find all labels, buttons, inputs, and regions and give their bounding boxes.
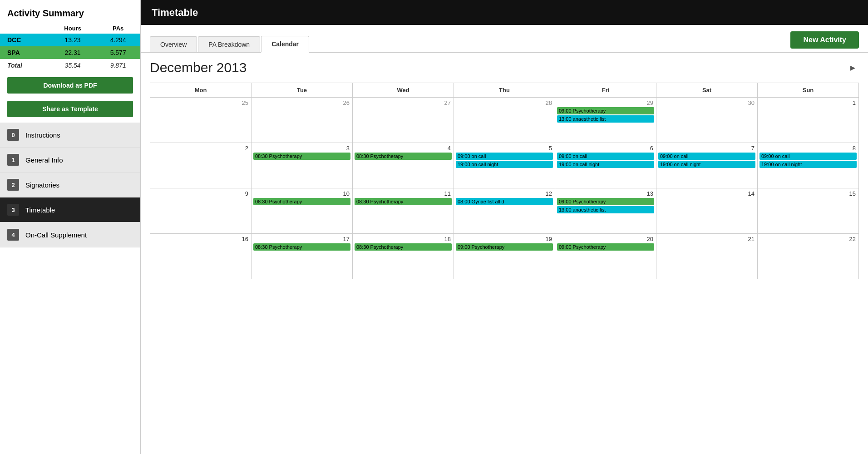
calendar-day: 28: [454, 98, 555, 143]
calendar-day: 14: [656, 188, 758, 234]
day-number: 22: [760, 236, 857, 242]
sidebar-title: Activity Summary: [0, 0, 140, 23]
calendar-event[interactable]: 13:00 anaesthetic list: [557, 206, 654, 213]
nav-item-instructions[interactable]: 0 Instructions: [0, 123, 140, 148]
nav-item-timetable[interactable]: 3 Timetable: [0, 197, 140, 222]
row-label: DCC: [0, 34, 49, 46]
nav-item-on-call-supplement[interactable]: 4 On-Call Supplement: [0, 222, 140, 247]
day-number: 19: [456, 236, 553, 242]
calendar-day: 27: [353, 98, 454, 143]
calendar-day: 22: [758, 234, 859, 279]
calendar-event[interactable]: 08:30 Psychotherapy: [355, 153, 452, 160]
day-number: 15: [760, 190, 857, 197]
row-pas: 5.577: [96, 46, 140, 59]
calendar-event[interactable]: 13:00 anaesthetic list: [557, 115, 654, 123]
day-number: 5: [456, 145, 553, 152]
cal-header-fri: Fri: [555, 83, 656, 98]
content-area: OverviewPA BreakdownCalendar New Activit…: [141, 25, 868, 454]
calendar-day: 809:00 on call19:00 on call night: [758, 143, 859, 188]
day-number: 11: [355, 190, 452, 197]
calendar-day: 609:00 on call19:00 on call night: [555, 143, 656, 188]
calendar-day: 2909:00 Psychotherapy13:00 anaesthetic l…: [555, 98, 656, 143]
calendar-day: 1309:00 Psychotherapy13:00 anaesthetic l…: [555, 188, 656, 234]
calendar-event[interactable]: 09:00 on call: [456, 153, 553, 160]
cal-header-sun: Sun: [758, 83, 859, 98]
row-label: SPA: [0, 46, 49, 59]
calendar-day: 308:30 Psychotherapy: [252, 143, 353, 188]
nav-label: On-Call Supplement: [25, 231, 87, 239]
day-number: 3: [253, 145, 350, 152]
calendar-day: 16: [150, 234, 252, 279]
calendar-event[interactable]: 09:00 on call: [557, 153, 654, 160]
nav-number: 2: [7, 179, 19, 191]
calendar-event[interactable]: 09:00 Psychotherapy: [557, 107, 654, 114]
calendar-day: 709:00 on call19:00 on call night: [656, 143, 758, 188]
day-number: 9: [152, 190, 249, 197]
day-number: 27: [355, 99, 452, 106]
sidebar: Activity Summary Hours PAs DCC 13.23 4.2…: [0, 0, 141, 454]
calendar-day: 15: [758, 188, 859, 234]
calendar-day: 26: [252, 98, 353, 143]
calendar-event[interactable]: 08:30 Psychotherapy: [253, 198, 350, 205]
calendar-day: 21: [656, 234, 758, 279]
calendar-week-3: 161708:30 Psychotherapy1808:30 Psychothe…: [150, 234, 859, 279]
calendar-event[interactable]: 19:00 on call night: [557, 161, 654, 168]
row-hours: 35.54: [49, 59, 96, 72]
tabs-bar: OverviewPA BreakdownCalendar New Activit…: [141, 25, 868, 53]
new-activity-button[interactable]: New Activity: [790, 31, 859, 49]
cal-header-tue: Tue: [252, 83, 353, 98]
calendar-event[interactable]: 09:00 on call: [760, 153, 857, 160]
topbar-title: Timetable: [152, 7, 198, 19]
row-label: Total: [0, 59, 49, 72]
day-number: 2: [152, 145, 249, 152]
calendar-event[interactable]: 19:00 on call night: [456, 161, 553, 168]
nav-item-signatories[interactable]: 2 Signatories: [0, 173, 140, 197]
calendar-day: 1909:00 Psychotherapy: [454, 234, 555, 279]
day-number: 29: [557, 99, 654, 106]
calendar-day: 1708:30 Psychotherapy: [252, 234, 353, 279]
calendar-day: 1108:30 Psychotherapy: [353, 188, 454, 234]
nav-item-general-info[interactable]: 1 General Info: [0, 148, 140, 173]
calendar-event[interactable]: 08:30 Psychotherapy: [355, 243, 452, 251]
download-pdf-button[interactable]: Download as PDF: [7, 77, 133, 94]
row-pas: 4.294: [96, 34, 140, 46]
col-hours-header: Hours: [49, 23, 96, 34]
cal-header-mon: Mon: [150, 83, 252, 98]
calendar-month-title: December 2013: [150, 60, 247, 75]
nav-label: Instructions: [25, 131, 60, 139]
calendar-event[interactable]: 19:00 on call night: [658, 161, 755, 168]
summary-row-total: Total 35.54 9.871: [0, 59, 140, 72]
calendar-day: 1808:30 Psychotherapy: [353, 234, 454, 279]
nav-label: General Info: [25, 156, 63, 164]
day-number: 14: [658, 190, 755, 197]
tab-overview[interactable]: Overview: [150, 36, 197, 52]
cal-header-thu: Thu: [454, 83, 555, 98]
col-pas-header: PAs: [96, 23, 140, 34]
day-number: 26: [253, 99, 350, 106]
tab-pa-breakdown[interactable]: PA Breakdown: [198, 36, 260, 52]
share-template-button[interactable]: Share as Template: [7, 101, 133, 117]
calendar-event[interactable]: 08:00 Gynae list all d: [456, 198, 553, 205]
calendar-week-1: 2308:30 Psychotherapy408:30 Psychotherap…: [150, 143, 859, 188]
calendar-container: December 2013 ▸ MonTueWedThuFriSatSun 25…: [141, 53, 868, 454]
day-number: 25: [152, 99, 249, 106]
calendar-event[interactable]: 09:00 Psychotherapy: [557, 198, 654, 205]
calendar-day: 9: [150, 188, 252, 234]
row-hours: 13.23: [49, 34, 96, 46]
calendar-day: 25: [150, 98, 252, 143]
day-number: 13: [557, 190, 654, 197]
calendar-event[interactable]: 09:00 Psychotherapy: [456, 243, 553, 251]
calendar-event[interactable]: 09:00 on call: [658, 153, 755, 160]
day-number: 4: [355, 145, 452, 152]
calendar-event[interactable]: 08:30 Psychotherapy: [355, 198, 452, 205]
calendar-event[interactable]: 08:30 Psychotherapy: [253, 153, 350, 160]
calendar-event[interactable]: 19:00 on call night: [760, 161, 857, 168]
calendar-event[interactable]: 09:00 Psychotherapy: [557, 243, 654, 251]
nav-items: 0 Instructions 1 General Info 2 Signator…: [0, 123, 140, 454]
topbar: Timetable: [141, 0, 868, 25]
tab-calendar[interactable]: Calendar: [261, 36, 309, 53]
day-number: 12: [456, 190, 553, 197]
calendar-event[interactable]: 08:30 Psychotherapy: [253, 243, 350, 251]
day-number: 17: [253, 236, 350, 242]
calendar-next-button[interactable]: ▸: [847, 60, 859, 75]
